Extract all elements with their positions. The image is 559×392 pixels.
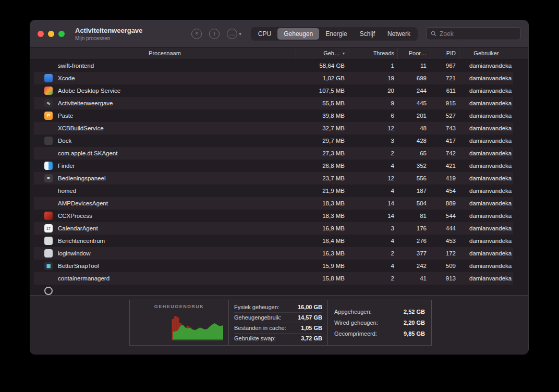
table-row[interactable]: Adobe Desktop Service107,5 MB20244611dam… — [34, 84, 513, 97]
user-cell: damianvandeka — [459, 263, 513, 269]
table-row[interactable]: Finder26,8 MB4352421damianvandeka — [34, 160, 513, 172]
memory-cell: 15,8 MB — [296, 275, 348, 281]
inspect-process-icon[interactable]: i — [209, 29, 220, 39]
toolbar: Activiteitenweergave Mijn processen × i … — [30, 20, 528, 47]
memory-cell: 55,5 MB — [296, 100, 348, 106]
tab-netwerk[interactable]: Netwerk — [381, 28, 417, 40]
stat-value: 2,20 GB — [404, 320, 425, 326]
user-cell: damianvandeka — [459, 88, 513, 94]
table-row[interactable]: CCXProcess18,3 MB1481544damianvandeka — [34, 210, 513, 222]
table-row-partial[interactable] — [34, 285, 513, 295]
process-name: Berichtencentrum — [58, 238, 105, 244]
minimize-button[interactable] — [48, 31, 54, 37]
process-name-cell: Adobe Desktop Service — [34, 87, 296, 95]
process-table: swift-frontend58,64 GB111967damianvandek… — [30, 59, 528, 295]
stat-row: Bestanden in cache:1,05 GB — [234, 323, 322, 334]
memory-cell: 58,64 GB — [296, 63, 348, 69]
tab-cpu[interactable]: CPU — [252, 28, 277, 40]
column-header-threads[interactable]: Threads — [348, 47, 397, 59]
table-row[interactable]: AMPDevicesAgent18,3 MB14504889damianvand… — [34, 197, 513, 210]
table-row[interactable]: Xcode1,02 GB19699721damianvandeka — [34, 72, 513, 84]
threads-cell: 3 — [348, 225, 397, 231]
search-icon — [431, 31, 436, 36]
process-name: loginwindow — [58, 250, 91, 256]
zoom-button[interactable] — [58, 31, 65, 37]
ports-cell: 48 — [397, 125, 430, 131]
stop-process-icon[interactable]: × — [191, 29, 202, 39]
table-header: Procesnaam Geh… ▾ Threads Poor… PID Gebr… — [30, 47, 528, 59]
stat-row: Geheugengebruik:14,57 GB — [234, 313, 322, 323]
tab-geheugen[interactable]: Geheugen — [277, 28, 319, 40]
stat-value: 1,05 GB — [301, 325, 322, 331]
process-name-cell: XCBBuildService — [34, 124, 296, 132]
threads-cell: 14 — [348, 200, 397, 206]
tab-energie[interactable]: Energie — [319, 28, 353, 40]
ports-cell: 276 — [397, 238, 430, 244]
table-row[interactable]: PPaste39,8 MB6201527damianvandeka — [34, 109, 513, 122]
column-header-geheugen[interactable]: Geh… ▾ — [296, 47, 348, 59]
table-row[interactable]: ∿Activiteitenweergave55,5 MB9445915damia… — [34, 97, 513, 109]
table-row[interactable]: com.apple.dt.SKAgent27,3 MB265742damianv… — [34, 147, 513, 160]
stat-value: 2,52 GB — [404, 309, 425, 315]
table-row[interactable]: Berichtencentrum16,4 MB4276453damianvand… — [34, 235, 513, 247]
column-header-procesnaam[interactable]: Procesnaam — [34, 47, 296, 59]
process-name-cell: CCXProcess — [34, 212, 296, 220]
close-button[interactable] — [38, 31, 44, 37]
ports-cell: 445 — [397, 100, 430, 106]
pid-cell: 444 — [430, 225, 459, 231]
process-name-cell: Finder — [34, 162, 296, 170]
table-row[interactable]: homed21,9 MB4187454damianvandeka — [34, 185, 513, 197]
process-name: Bedieningspaneel — [58, 175, 105, 181]
process-name: XCBBuildService — [58, 125, 104, 131]
table-row[interactable]: loginwindow16,3 MB2377172damianvandeka — [34, 247, 513, 260]
process-name: Finder — [58, 163, 75, 169]
notification-center-icon — [44, 237, 53, 245]
user-cell: damianvandeka — [459, 213, 513, 219]
table-row[interactable]: 17CalendarAgent16,9 MB3176444damianvande… — [34, 222, 513, 235]
stat-label: Geheugengebruik: — [234, 314, 282, 321]
more-options-button[interactable]: … ▾ — [227, 29, 241, 39]
table-row[interactable]: =Bedieningspaneel23,7 MB12556419damianva… — [34, 172, 513, 185]
search-field[interactable] — [426, 27, 521, 40]
threads-cell: 2 — [348, 250, 397, 256]
user-cell: damianvandeka — [459, 163, 513, 169]
table-row[interactable]: containermanagerd15,8 MB241913damianvand… — [34, 272, 513, 285]
column-header-poorten[interactable]: Poor… — [397, 47, 430, 59]
process-name: swift-frontend — [58, 63, 94, 69]
process-name-cell: com.apple.dt.SKAgent — [34, 149, 296, 157]
memory-cell: 23,7 MB — [296, 175, 348, 181]
search-input[interactable] — [440, 30, 516, 38]
tab-schijf[interactable]: Schijf — [354, 28, 381, 40]
table-row[interactable]: swift-frontend58,64 GB111967damianvandek… — [34, 59, 513, 72]
ports-cell: 242 — [397, 263, 430, 269]
toolbar-actions: × i … ▾ — [191, 29, 241, 39]
table-row[interactable]: Dock29,7 MB3428417damianvandeka — [34, 134, 513, 147]
pid-cell: 889 — [430, 200, 459, 206]
process-name-cell: homed — [34, 187, 296, 195]
table-row[interactable]: ▦BetterSnapTool15,9 MB4242509damianvande… — [34, 260, 513, 272]
window-controls — [38, 31, 65, 37]
window-subtitle: Mijn processen — [75, 35, 142, 41]
ports-cell: 352 — [397, 163, 430, 169]
loginwindow-icon — [44, 249, 53, 258]
column-header-gebruiker[interactable]: Gebruiker — [459, 47, 513, 59]
memory-cell: 1,02 GB — [296, 75, 348, 81]
column-header-geheugen-label: Geh… — [323, 50, 340, 56]
ports-cell: 81 — [397, 213, 430, 219]
threads-cell: 12 — [348, 175, 397, 181]
finder-icon — [44, 162, 53, 170]
memory-cell: 15,9 MB — [296, 263, 348, 269]
column-header-pid[interactable]: PID — [430, 47, 459, 59]
user-cell: damianvandeka — [459, 200, 513, 206]
user-cell: damianvandeka — [459, 63, 513, 69]
pid-cell: 454 — [430, 188, 459, 194]
process-name-cell: 17CalendarAgent — [34, 224, 296, 232]
process-name: Adobe Desktop Service — [58, 88, 120, 94]
pid-cell: 421 — [430, 163, 459, 169]
table-row[interactable]: XCBBuildService32,7 MB1248743damianvande… — [34, 122, 513, 134]
pid-cell: 967 — [430, 63, 459, 69]
memory-cell: 27,3 MB — [296, 150, 348, 156]
stat-value: 16,00 GB — [298, 304, 322, 310]
user-cell: damianvandeka — [459, 238, 513, 244]
process-name-cell: ∿Activiteitenweergave — [34, 99, 296, 107]
